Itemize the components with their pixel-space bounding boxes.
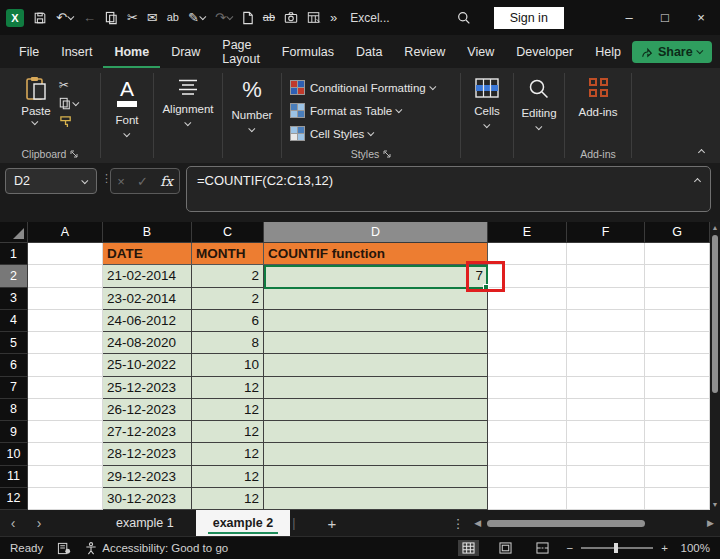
scroll-down-icon[interactable]: ▼ (712, 501, 719, 508)
cell-a1[interactable] (28, 243, 103, 265)
cell-d5[interactable] (264, 332, 488, 354)
scroll-left-icon[interactable]: ◀ (474, 518, 481, 528)
cell-c10[interactable]: 12 (192, 443, 264, 465)
cell-f7[interactable] (567, 377, 645, 399)
ribbon-tab-formulas[interactable]: Formulas (271, 35, 345, 68)
cell-b3[interactable]: 23-02-2014 (103, 288, 192, 310)
cell-b7[interactable]: 25-12-2023 (103, 377, 192, 399)
font-group[interactable]: A Font (101, 68, 153, 163)
cell-g12[interactable] (645, 488, 710, 510)
draw-touch-icon[interactable]: ✎ (188, 11, 206, 24)
cell-g4[interactable] (645, 310, 710, 332)
expand-formula-bar-icon[interactable] (694, 178, 701, 185)
cell-f1[interactable] (567, 243, 645, 265)
ribbon-tab-view[interactable]: View (456, 35, 505, 68)
cell-a2[interactable] (28, 265, 103, 287)
cell-a7[interactable] (28, 377, 103, 399)
cell-g6[interactable] (645, 354, 710, 376)
cell-f8[interactable] (567, 399, 645, 421)
add-sheet-button[interactable]: + (297, 515, 366, 532)
cell-c8[interactable]: 12 (192, 399, 264, 421)
cell-b10[interactable]: 28-12-2023 (103, 443, 192, 465)
cell-a8[interactable] (28, 399, 103, 421)
row-header-6[interactable]: 6 (0, 354, 28, 376)
cell-e6[interactable] (488, 354, 567, 376)
cell-e3[interactable] (488, 288, 567, 310)
cell-e7[interactable] (488, 377, 567, 399)
cell-f12[interactable] (567, 488, 645, 510)
zoom-in-button[interactable]: + (661, 542, 668, 554)
cell-e2[interactable] (488, 265, 567, 287)
ribbon-tab-home[interactable]: Home (103, 35, 160, 68)
addins-group[interactable]: Add-ins Add-ins (565, 68, 631, 163)
cell-c5[interactable]: 8 (192, 332, 264, 354)
copy-icon[interactable] (105, 11, 118, 25)
translate-icon[interactable]: ab (167, 12, 179, 23)
cell-c6[interactable]: 10 (192, 354, 264, 376)
row-header-4[interactable]: 4 (0, 310, 28, 332)
cell-g10[interactable] (645, 443, 710, 465)
row-header-9[interactable]: 9 (0, 421, 28, 443)
ribbon-tab-insert[interactable]: Insert (50, 35, 103, 68)
new-file-icon[interactable] (242, 11, 254, 25)
cell-f9[interactable] (567, 421, 645, 443)
cell-e4[interactable] (488, 310, 567, 332)
sheet-tab-example-1[interactable]: example 1 (94, 510, 196, 536)
cell-g7[interactable] (645, 377, 710, 399)
column-header-g[interactable]: G (645, 222, 710, 243)
cell-e12[interactable] (488, 488, 567, 510)
ribbon-tab-developer[interactable]: Developer (505, 35, 584, 68)
cell-b4[interactable]: 24-06-2012 (103, 310, 192, 332)
minimize-button[interactable]: – (616, 10, 642, 25)
cancel-button[interactable]: × (117, 174, 125, 189)
cell-c4[interactable]: 6 (192, 310, 264, 332)
cell-f2[interactable] (567, 265, 645, 287)
cell-g8[interactable] (645, 399, 710, 421)
enter-button[interactable]: ✓ (137, 174, 148, 189)
row-header-10[interactable]: 10 (0, 443, 28, 465)
row-header-12[interactable]: 12 (0, 488, 28, 510)
cell-b2[interactable]: 21-02-2014 (103, 265, 192, 287)
cell-d1[interactable]: COUNTIF function (264, 243, 488, 265)
column-header-f[interactable]: F (567, 222, 645, 243)
cell-d8[interactable] (264, 399, 488, 421)
cell-e8[interactable] (488, 399, 567, 421)
cell-c3[interactable]: 2 (192, 288, 264, 310)
cell-styles-button[interactable]: Cell Styles (290, 122, 374, 145)
cell-c1[interactable]: MONTH (192, 243, 264, 265)
normal-view-button[interactable] (458, 540, 479, 556)
cell-g2[interactable] (645, 265, 710, 287)
excel-logo-icon[interactable]: X (6, 9, 24, 27)
cut-icon[interactable]: ✂ (127, 11, 138, 24)
cell-f4[interactable] (567, 310, 645, 332)
camera-icon[interactable] (284, 11, 298, 24)
cell-c11[interactable]: 12 (192, 466, 264, 488)
cell-e9[interactable] (488, 421, 567, 443)
cell-a4[interactable] (28, 310, 103, 332)
cell-c9[interactable]: 12 (192, 421, 264, 443)
cell-d7[interactable] (264, 377, 488, 399)
cell-c12[interactable]: 12 (192, 488, 264, 510)
cell-b1[interactable]: DATE (103, 243, 192, 265)
share-button[interactable]: Share (632, 41, 712, 63)
paste-button[interactable]: Paste (21, 76, 50, 128)
cells-group[interactable]: Cells (461, 68, 513, 163)
cell-c2[interactable]: 2 (192, 265, 264, 287)
select-all-corner[interactable] (0, 222, 28, 243)
cell-d6[interactable] (264, 354, 488, 376)
row-header-7[interactable]: 7 (0, 377, 28, 399)
cell-d4[interactable] (264, 310, 488, 332)
accessibility-status[interactable]: Accessibility: Good to go (85, 542, 228, 555)
cell-b8[interactable]: 26-12-2023 (103, 399, 192, 421)
column-header-b[interactable]: B (103, 222, 192, 243)
close-button[interactable]: × (688, 10, 714, 25)
cell-d3[interactable] (264, 288, 488, 310)
zoom-level[interactable]: 100% (676, 542, 710, 554)
ribbon-tab-data[interactable]: Data (345, 35, 393, 68)
maximize-button[interactable]: □ (652, 10, 678, 25)
vertical-scrollbar[interactable]: ▲ ▼ (710, 222, 720, 510)
sign-in-button[interactable]: Sign in (494, 7, 564, 29)
cell-a3[interactable] (28, 288, 103, 310)
cell-f10[interactable] (567, 443, 645, 465)
collapse-ribbon-button[interactable] (698, 149, 705, 156)
